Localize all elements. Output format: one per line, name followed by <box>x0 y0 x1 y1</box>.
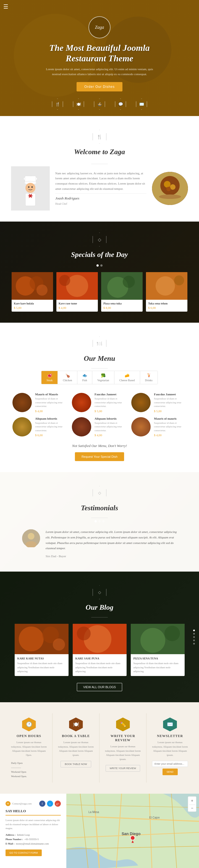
order-button[interactable]: Order Our Dishes <box>77 82 122 91</box>
side-dots <box>193 629 195 645</box>
special-card-3: Pizza sena tuka $ 8,00 <box>101 272 143 312</box>
svg-text:El Cajon: El Cajon <box>149 816 160 819</box>
svg-point-40 <box>165 626 180 641</box>
menu-section: 🍽️ Our Menu 🥩Steak 🍗Chicken 🐟Fish 🥦Veget… <box>0 323 199 472</box>
svg-point-5 <box>28 186 30 188</box>
welcome-content: Nam nec adipiscing laoreet ex. At enim a… <box>11 166 188 211</box>
open-hours-icon: 🕐 <box>22 717 36 731</box>
open-hours-details: Daily Open ———— Weekend Open Weekend Ope… <box>11 761 47 779</box>
testimonial-content: Lorem ipsum dolor sit amet, consectetur … <box>22 529 177 558</box>
tab-fish[interactable]: 🐟Fish <box>77 371 92 384</box>
menu-item-info-3: Faucdus Janneet Suspendisse id diam et c… <box>154 393 187 413</box>
hero-icon-3[interactable]: 🍲 <box>93 98 106 111</box>
hero-icon-row: 🍴 🍽️ 🍲 💬 ✉️ <box>51 98 148 111</box>
special-name-4: Tuka sena telum <box>148 302 185 305</box>
book-table-text: Lorum ipsum sur thomas todaymou. Aliquam… <box>58 740 94 757</box>
special-card-4: Tuka sena telum $ 6,00 <box>146 272 188 312</box>
tab-steak[interactable]: 🥩Steak <box>41 371 58 384</box>
newsletter-input[interactable] <box>152 761 188 767</box>
hero-icon-2[interactable]: 🍽️ <box>72 98 85 111</box>
menu-item-2: Faucdus Janneet Suspendisse id diam et c… <box>72 393 127 413</box>
svg-point-14 <box>159 194 181 199</box>
facebook-icon[interactable]: f <box>39 801 45 807</box>
menu-cta-button[interactable]: Request Your Special Dish <box>75 452 124 461</box>
svg-point-37 <box>77 626 91 640</box>
welcome-section: 🍴 Welcome to Zaga Nam nec adipiscing la <box>0 116 199 222</box>
special-card-body-1: Kare kare hulala $ 5,00 <box>11 300 53 312</box>
special-card-1: Kare kare hulala $ 5,00 <box>11 272 53 312</box>
menu-item-5: Aliquam lobortis Suspendisse id diam et … <box>72 417 127 437</box>
googleplus-icon[interactable]: g+ <box>55 801 61 807</box>
dot-2 <box>100 265 103 267</box>
hero-icon-4[interactable]: 💬 <box>114 98 127 111</box>
special-name-3: Pizza sena tuka <box>103 302 140 305</box>
book-table-button[interactable]: BOOK TABLE NOW <box>60 761 91 768</box>
contact-email-icon: ✉ <box>5 801 10 806</box>
hero-icon-5[interactable]: ✉️ <box>135 98 148 111</box>
special-card-img-4 <box>146 272 188 300</box>
menu-item-img-2 <box>72 393 91 412</box>
testimonial-dots <box>17 520 182 522</box>
hero-subtitle: Lorem ipsum dolor sit amet, consectetur … <box>41 67 158 76</box>
special-card-2: Kave rase tume $ 4,00 <box>56 272 98 312</box>
svg-point-26 <box>155 276 175 296</box>
svg-text:San Diego: San Diego <box>122 832 140 836</box>
menu-grid: Mauris of Mauris Suspendisse id diam et … <box>11 393 188 437</box>
special-name-2: Kave rase tume <box>59 302 96 305</box>
hamburger-menu[interactable]: ☰ <box>3 3 8 10</box>
contact-phone: Phone Number : +01-555555-5 <box>5 838 61 841</box>
t-dot-2 <box>98 520 101 522</box>
svg-point-6 <box>31 186 33 188</box>
write-review-button[interactable]: WRITE YOUR REVIEW <box>106 765 140 772</box>
newsletter-icon: ✉️ <box>163 717 177 731</box>
svg-point-18 <box>36 284 48 296</box>
svg-point-13 <box>166 187 171 191</box>
contact-email-header: ✉ Contact@zaga.com <box>5 801 32 806</box>
twitter-icon[interactable]: t <box>47 801 53 807</box>
site-logo: Zaga <box>88 16 111 38</box>
food-image <box>152 172 188 205</box>
special-name-1: Kare kare hulala <box>14 302 51 305</box>
blog-card-body-2: KARE SASE PUNA Suspendisse id diam tinci… <box>73 654 126 676</box>
map-area: San Diego La Mesa El Cajon + − <box>66 794 199 868</box>
contact-form-button[interactable]: GO TO CONTACT FORM <box>5 849 42 856</box>
menu-divider <box>91 368 108 369</box>
special-price-3: $ 8,00 <box>103 306 140 309</box>
feature-newsletter: ✉️ NEWSLETTER Lorum ipsum sur thomas tod… <box>146 713 194 783</box>
special-price-1: $ 5,00 <box>14 306 51 309</box>
svg-text:La Mesa: La Mesa <box>88 810 99 813</box>
chef-name: Joash Rodrigues <box>55 193 146 202</box>
contact-social: f t g+ <box>39 801 61 807</box>
special-card-img-1 <box>11 272 53 300</box>
special-card-body-3: Pizza sena tuka $ 8,00 <box>101 300 143 312</box>
welcome-text: Nam nec adipiscing laoreet ex. At enim a… <box>55 171 146 206</box>
view-all-blogs-button[interactable]: VIEW ALL OUR BLOGS <box>77 683 122 691</box>
menu-item-1: Mauris of Mauris Suspendisse id diam et … <box>12 393 68 413</box>
menu-item-info-1: Mauris of Mauris Suspendisse id diam et … <box>35 393 68 413</box>
tab-drinks[interactable]: 🍹Drinks <box>140 371 158 384</box>
contact-section: ✉ Contact@zaga.com f t g+ SAY HELLO Lore… <box>0 794 199 868</box>
feature-write-review: ✏️ WRITE YOUR REVIEW Lorum ipsum sur tho… <box>100 713 146 783</box>
contact-email: E-Mail : money@email.domainname.com <box>5 842 61 845</box>
open-hours-title: OPEN HOURS <box>11 734 47 738</box>
t-dot-3 <box>102 520 105 522</box>
tab-cheese[interactable]: 🧀Cheese Based <box>114 371 140 384</box>
book-table-title: BOOK A TABLE <box>58 734 94 738</box>
testimonial-author: Sirs Dad - Buyer <box>46 554 177 558</box>
testimonials-divider <box>91 518 108 518</box>
menu-item-info-4: Aliquam lobortis Suspendisse id diam et … <box>35 417 68 437</box>
svg-point-54 <box>131 836 135 840</box>
blog-grid: KARE KARE NUTAS Suspendisse id diam tinc… <box>8 624 191 676</box>
hero-icon-1[interactable]: 🍴 <box>51 98 64 111</box>
menu-item-img-6 <box>131 417 151 436</box>
newsletter-send-button[interactable]: SEND <box>163 769 178 775</box>
blog-card-img-1 <box>15 624 68 654</box>
blog-card-img-3 <box>131 624 184 654</box>
svg-point-34 <box>53 639 65 651</box>
tab-chicken[interactable]: 🍗Chicken <box>58 371 77 384</box>
testimonial-avatar <box>22 529 40 547</box>
tab-vegetarian[interactable]: 🥦Vegetarian <box>92 371 114 384</box>
menu-icon: 🍽️ <box>93 337 106 350</box>
feature-open-hours: 🕐 OPEN HOURS Lorum ipsum sur thomas toda… <box>5 713 53 783</box>
svg-point-29 <box>28 533 34 539</box>
